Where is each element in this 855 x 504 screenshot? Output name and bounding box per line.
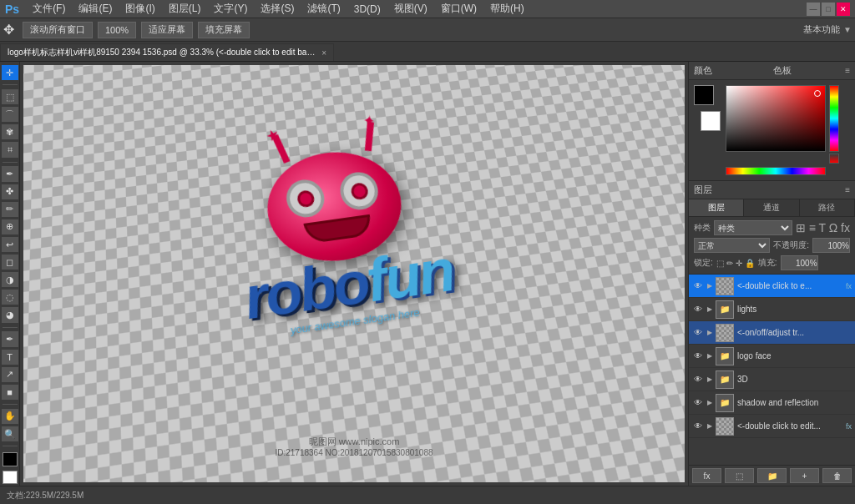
layer-item-1[interactable]: 👁▶📁lights [689, 298, 855, 321]
canvas-area[interactable]: ★ ✦ [20, 62, 688, 486]
close-button[interactable]: ✕ [837, 3, 850, 16]
text-tool[interactable]: T [2, 350, 18, 365]
dodge-tool[interactable]: ◕ [2, 307, 18, 322]
menu-filter[interactable]: 滤镜(T) [304, 2, 343, 16]
marquee-tool[interactable]: ⬚ [2, 89, 18, 104]
tab-paths[interactable]: 路径 [800, 199, 855, 216]
menu-select[interactable]: 选择(S) [257, 2, 297, 16]
eraser-tool[interactable]: ◻ [2, 255, 18, 270]
layer-item-6[interactable]: 👁▶<-double click to edit...fx [689, 415, 855, 438]
hand-tool-icon[interactable]: ✥ [3, 22, 14, 38]
fit-screen-button[interactable]: 适应屏幕 [141, 22, 193, 38]
menu-bar: Ps 文件(F) 编辑(E) 图像(I) 图层(L) 文字(Y) 选择(S) 滤… [0, 0, 855, 18]
layer-expand-1[interactable]: ▶ [707, 305, 712, 313]
menu-help[interactable]: 帮助(H) [487, 2, 528, 16]
layer-visibility-2[interactable]: 👁 [692, 327, 704, 339]
new-layer-button[interactable]: + [790, 468, 819, 483]
layer-visibility-3[interactable]: 👁 [692, 350, 704, 362]
path-select-tool[interactable]: ↗ [2, 367, 18, 382]
fill-input[interactable] [781, 255, 818, 270]
color-gradient-picker[interactable] [726, 85, 826, 152]
tab-layers[interactable]: 图层 [689, 199, 744, 216]
delete-layer-button[interactable]: 🗑 [822, 468, 852, 483]
layer-visibility-6[interactable]: 👁 [692, 421, 704, 432]
foreground-color-swatch[interactable] [694, 85, 714, 105]
shape-tool[interactable]: ■ [2, 385, 18, 400]
document-tab[interactable]: logo样机标志样机vi样机89150 2394 1536.psd @ 33.3… [0, 43, 334, 61]
layer-lock-row: 锁定: ⬚ ✏ ✛ 🔒 填充: [694, 255, 850, 270]
layer-item-3[interactable]: 👁▶📁logo face [689, 345, 855, 368]
foreground-color[interactable] [3, 452, 18, 466]
layer-expand-4[interactable]: ▶ [707, 375, 712, 383]
tab-channels[interactable]: 通道 [744, 199, 799, 216]
menu-file[interactable]: 文件(F) [29, 2, 68, 16]
fill-screen-button[interactable]: 填充屏幕 [198, 22, 250, 38]
canvas-wrapper: ★ ✦ [23, 65, 685, 482]
brush-tool[interactable]: ✏ [2, 202, 18, 217]
menu-window[interactable]: 窗口(W) [438, 2, 480, 16]
opacity-label: 不透明度: [773, 239, 809, 251]
background-color-swatch[interactable] [701, 111, 721, 131]
blur-tool[interactable]: ◌ [2, 290, 18, 305]
new-group-button[interactable]: 📁 [757, 468, 787, 483]
layer-item-4[interactable]: 👁▶📁3D [689, 368, 855, 391]
workspace-dropdown-icon[interactable]: ▼ [843, 25, 852, 34]
gradient-tool[interactable]: ◑ [2, 272, 18, 287]
scroll-all-windows-button[interactable]: 滚动所有窗口 [23, 22, 93, 38]
menu-edit[interactable]: 编辑(E) [75, 2, 115, 16]
menu-3d[interactable]: 3D(D) [351, 3, 384, 15]
hue-slider[interactable] [726, 167, 826, 175]
layer-visibility-5[interactable]: 👁 [692, 397, 704, 409]
layer-visibility-4[interactable]: 👁 [692, 374, 704, 386]
opacity-input[interactable] [812, 238, 850, 253]
lock-all-icon[interactable]: 🔒 [745, 259, 755, 268]
layer-panel-collapse[interactable]: ≡ [845, 185, 850, 194]
tab-close-button[interactable]: × [321, 48, 326, 58]
layer-visibility-1[interactable]: 👁 [692, 304, 704, 315]
layer-item-5[interactable]: 👁▶📁shadow and reflection [689, 391, 855, 415]
crop-tool[interactable]: ⌗ [2, 142, 18, 157]
lock-image-icon[interactable]: ✏ [726, 259, 733, 268]
add-fx-button[interactable]: fx [692, 468, 721, 483]
layer-expand-0[interactable]: ▶ [707, 282, 712, 290]
history-brush-tool[interactable]: ↩ [2, 237, 18, 252]
layer-expand-6[interactable]: ▶ [707, 422, 712, 430]
layer-expand-3[interactable]: ▶ [707, 352, 712, 360]
hand-tool[interactable]: ✋ [2, 409, 18, 424]
spot-heal-tool[interactable]: ✤ [2, 184, 18, 199]
blend-mode-select[interactable]: 正常 [694, 238, 770, 253]
hue-bar[interactable] [829, 85, 839, 152]
layer-fx-0[interactable]: fx [846, 282, 852, 290]
layer-expand-5[interactable]: ▶ [707, 399, 712, 406]
zoom-tool[interactable]: 🔍 [2, 426, 18, 441]
layer-kind-select[interactable]: 种类 [714, 220, 792, 235]
maximize-button[interactable]: □ [822, 3, 835, 16]
menu-text[interactable]: 文字(Y) [210, 2, 250, 16]
move-tool[interactable]: ✛ [2, 65, 18, 80]
layer-fx-6[interactable]: fx [846, 422, 852, 431]
layer-name-0: <-double click to e... [737, 281, 842, 290]
menu-layer[interactable]: 图层(L) [165, 2, 205, 16]
minimize-button[interactable]: — [807, 3, 820, 16]
color-panel-collapse[interactable]: ≡ [845, 66, 850, 75]
menu-image[interactable]: 图像(I) [122, 2, 158, 16]
layer-bottom-bar: fx ⬚ 📁 + 🗑 [689, 465, 855, 486]
lasso-tool[interactable]: ⌒ [2, 107, 18, 122]
layer-item-2[interactable]: 👁▶<-on/off/adjust tr... [689, 321, 855, 345]
menu-view[interactable]: 视图(V) [391, 2, 431, 16]
background-color[interactable] [3, 471, 18, 485]
lock-position-icon[interactable]: ✛ [736, 259, 742, 268]
pen-tool[interactable]: ✒ [2, 331, 18, 346]
alpha-bar[interactable] [829, 154, 839, 164]
lock-transparent-icon[interactable]: ⬚ [716, 259, 724, 268]
clone-tool[interactable]: ⊕ [2, 219, 18, 234]
canvas-image: ★ ✦ [23, 65, 685, 482]
layer-visibility-0[interactable]: 👁 [692, 280, 704, 292]
eyedropper-tool[interactable]: ✒ [2, 166, 18, 181]
layer-expand-2[interactable]: ▶ [707, 329, 712, 336]
layer-item-0[interactable]: 👁▶<-double click to e...fx [689, 275, 855, 298]
zoom-level-button[interactable]: 100% [98, 22, 136, 38]
layer-name-6: <-double click to edit... [737, 421, 842, 431]
add-mask-button[interactable]: ⬚ [725, 468, 754, 483]
quick-select-tool[interactable]: ✾ [2, 124, 18, 139]
